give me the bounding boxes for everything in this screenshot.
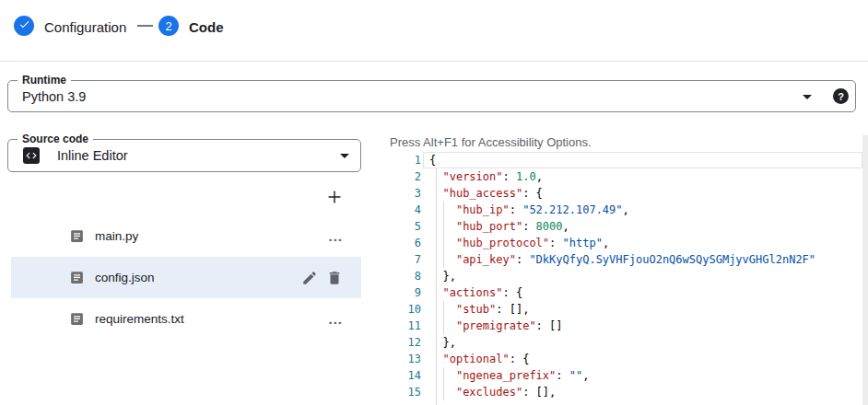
code-token: "hub_port" — [456, 220, 522, 233]
step-configuration-label[interactable]: Configuration — [44, 19, 126, 35]
code-token: : [], — [522, 386, 556, 399]
file-row[interactable]: requirements.txt ... — [11, 298, 361, 340]
code-line[interactable]: "hub_access": { — [429, 185, 862, 202]
code-token: : — [502, 170, 515, 183]
code-step-page: Configuration 2 Code Runtime Python 3.9 … — [0, 0, 868, 405]
indent-guide — [443, 384, 444, 400]
indent-guide — [443, 251, 444, 268]
line-number: 14 — [390, 367, 421, 384]
source-code-field-label: Source code — [18, 133, 93, 145]
code-line[interactable]: }, — [429, 268, 862, 284]
code-token: "52.212.107.49" — [522, 203, 622, 216]
code-token: "stub" — [456, 303, 496, 316]
code-token: "optional" — [442, 353, 509, 365]
code-token: , — [582, 369, 589, 382]
code-line[interactable]: "hub_protocol": "http", — [429, 235, 862, 251]
file-icon — [69, 270, 85, 285]
file-name: config.json — [95, 271, 155, 284]
step-configuration-indicator[interactable] — [14, 16, 34, 36]
code-line[interactable]: "hub_ip": "52.212.107.49", — [429, 202, 862, 218]
code-token — [429, 353, 442, 365]
line-number: 3 — [390, 185, 421, 202]
code-token: : — [516, 253, 529, 266]
code-line[interactable]: "actions": { — [429, 284, 862, 301]
file-list: main.py ... config.json — [11, 215, 361, 340]
file-name: requirements.txt — [95, 312, 184, 326]
add-file-button[interactable] — [323, 187, 346, 209]
edit-icon[interactable] — [301, 270, 318, 286]
line-number: 12 — [390, 334, 421, 351]
code-token: "DkKyQfyQ.SyVHFjouO2nQ6wSQySGMjyvGHGl2nN… — [529, 253, 815, 266]
code-token: , — [623, 203, 629, 216]
line-number: 6 — [390, 235, 421, 251]
code-token: , — [563, 220, 569, 233]
indent-guide — [443, 367, 444, 384]
code-token: "excludes" — [456, 386, 522, 399]
code-token: : [], — [496, 303, 529, 316]
code-token: "actions" — [442, 286, 502, 299]
runtime-select[interactable] — [7, 80, 856, 112]
line-number: 7 — [390, 251, 421, 268]
runtime-field-value: Python 3.9 — [22, 89, 86, 104]
code-token: "ngenea_prefix" — [456, 369, 556, 382]
line-number: 13 — [390, 351, 421, 367]
code-token: 1.0 — [516, 170, 536, 183]
code-token: "api_key" — [456, 253, 516, 266]
code-line[interactable]: "api_key": "DkKyQfyQ.SyVHFjouO2nQ6wSQySG… — [429, 251, 862, 268]
code-token — [429, 286, 442, 299]
code-token: "version" — [442, 170, 502, 183]
header-divider — [0, 61, 868, 62]
code-token: : — [510, 203, 522, 216]
line-number: 5 — [390, 218, 421, 235]
scrollbar[interactable] — [862, 135, 868, 405]
file-actions: ... — [328, 232, 343, 241]
runtime-field-label: Runtime — [18, 75, 71, 86]
indent-guide — [443, 235, 444, 251]
code-token: }, — [429, 336, 456, 349]
code-token — [429, 187, 442, 200]
code-line[interactable]: "stub": [], — [429, 301, 862, 318]
inline-editor-icon — [23, 147, 40, 164]
file-row[interactable]: config.json — [11, 257, 361, 298]
code-line[interactable]: "hub_port": 8000, — [429, 218, 862, 235]
code-token: { — [429, 154, 436, 167]
code-line[interactable]: "excludes": [], — [429, 384, 862, 400]
code-line[interactable]: "premigrate": [] — [429, 318, 862, 334]
file-actions: ... — [328, 315, 343, 324]
help-icon[interactable]: ? — [833, 88, 849, 104]
code-line[interactable]: "version": 1.0, — [429, 168, 862, 185]
file-row[interactable]: main.py ... — [11, 215, 361, 257]
overflow-icon[interactable]: ... — [328, 315, 343, 324]
step-code-label[interactable]: Code — [189, 19, 224, 35]
code-token: "" — [569, 369, 582, 382]
code-line[interactable]: "optional": { — [429, 351, 862, 367]
code-token: , — [536, 170, 543, 183]
indent-guide — [443, 301, 444, 318]
step-code-indicator[interactable]: 2 — [158, 16, 179, 36]
line-number: 4 — [390, 202, 421, 218]
file-name: main.py — [95, 229, 138, 243]
line-number: 2 — [390, 168, 421, 185]
code-editor[interactable]: { "version": 1.0, "hub_access": { "hub_i… — [429, 152, 862, 400]
accessibility-hint: Press Alt+F1 for Accessibility Options. — [390, 135, 592, 149]
file-icon — [69, 311, 85, 327]
indent-guide — [443, 318, 444, 334]
chevron-down-icon[interactable] — [334, 145, 356, 167]
delete-icon[interactable] — [326, 270, 343, 286]
code-token: 8000 — [536, 220, 563, 233]
overflow-icon[interactable]: ... — [328, 232, 343, 241]
step-number: 2 — [165, 19, 171, 33]
line-number: 1 — [390, 152, 421, 168]
code-token: "hub_ip" — [456, 203, 510, 216]
indent-guide — [443, 218, 444, 235]
code-line[interactable]: { — [429, 152, 862, 168]
line-number: 8 — [390, 268, 421, 284]
chevron-down-icon[interactable] — [796, 86, 818, 108]
code-token: : { — [510, 353, 530, 365]
code-line[interactable]: }, — [429, 334, 862, 351]
plus-icon — [324, 187, 345, 210]
code-token: "hub_protocol" — [456, 237, 549, 249]
code-line[interactable]: "ngenea_prefix": "", — [429, 367, 862, 384]
code-token: "hub_access" — [442, 187, 522, 200]
source-code-field-value: Inline Editor — [57, 148, 128, 163]
